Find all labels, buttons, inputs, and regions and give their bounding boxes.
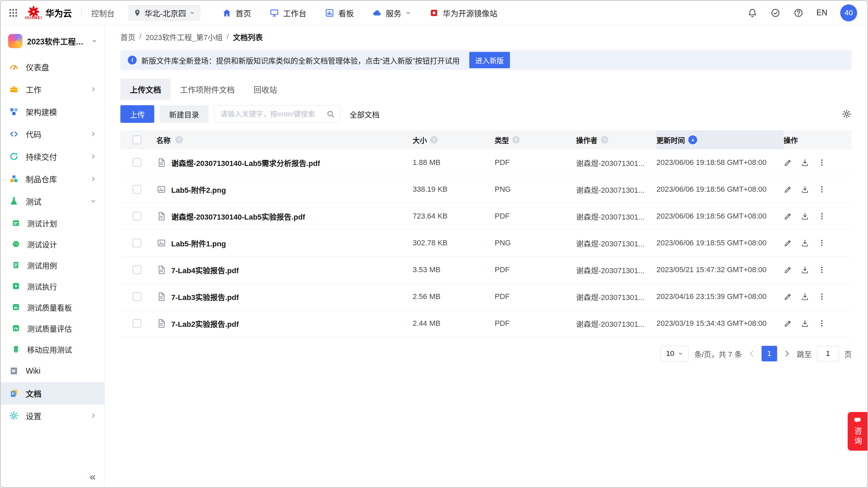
user-avatar[interactable]: 40 bbox=[840, 4, 857, 21]
doc-filter-dropdown[interactable]: 全部文档 bbox=[350, 109, 379, 119]
sidebar-item-test-plan[interactable]: 测试计划 bbox=[1, 212, 104, 233]
download-icon[interactable] bbox=[801, 265, 809, 274]
sidebar-item-test-quality-board[interactable]: 测试质量看板 bbox=[1, 297, 104, 318]
download-icon[interactable] bbox=[801, 239, 809, 247]
download-icon[interactable] bbox=[801, 319, 809, 328]
edit-icon[interactable] bbox=[784, 292, 792, 301]
row-checkbox[interactable] bbox=[133, 319, 141, 328]
sidebar-item-test-design[interactable]: 测试设计 bbox=[1, 233, 104, 255]
download-icon[interactable] bbox=[801, 185, 809, 194]
next-page-icon[interactable] bbox=[783, 349, 791, 358]
more-actions-icon[interactable] bbox=[817, 265, 826, 274]
table-row: 7-Lab3实验报告.pdf 2.56 MB PDF 谢森煜-203071301… bbox=[120, 283, 852, 310]
nav-item-workbench[interactable]: 工作台 bbox=[270, 7, 307, 19]
more-actions-icon[interactable] bbox=[817, 158, 826, 167]
new-folder-button[interactable]: 新建目录 bbox=[160, 105, 209, 123]
nav-item-home[interactable]: 首页 bbox=[222, 7, 251, 19]
breadcrumb-project[interactable]: 2023软件工程_第7小组 bbox=[145, 31, 222, 42]
current-page-button[interactable]: 1 bbox=[762, 346, 777, 361]
sidebar-item-cicd[interactable]: 持续交付 bbox=[1, 145, 104, 168]
file-name-link[interactable]: 7-Lab3实验报告.pdf bbox=[171, 291, 239, 302]
help-badge-icon[interactable]: ? bbox=[512, 136, 520, 144]
search-box bbox=[214, 105, 340, 123]
page-size-select[interactable]: 10 bbox=[660, 346, 689, 361]
sidebar-item-dashboard[interactable]: 仪表盘 bbox=[1, 56, 104, 78]
sidebar-item-wiki[interactable]: Wiki bbox=[1, 360, 104, 382]
file-updated: 2023/03/19 15:34:43 GMT+08:00 bbox=[656, 319, 784, 328]
consult-floating-button[interactable]: 咨询 bbox=[848, 412, 867, 451]
main-content: 首页 / 2023软件工程_第7小组 / 文档列表 i 新版文件库全新登场：提供… bbox=[105, 25, 867, 487]
language-switcher[interactable]: EN bbox=[816, 8, 827, 17]
file-name-link[interactable]: 7-Lab4实验报告.pdf bbox=[171, 264, 239, 275]
sidebar-item-test-case[interactable]: 测试用例 bbox=[1, 255, 104, 276]
more-actions-icon[interactable] bbox=[817, 185, 826, 194]
search-input[interactable] bbox=[220, 110, 326, 118]
sidebar-collapse-toggle[interactable]: « bbox=[90, 471, 96, 482]
project-selector[interactable]: 2023软件工程_第7... bbox=[1, 29, 104, 54]
sidebar-item-code[interactable]: 代码 bbox=[1, 123, 104, 145]
file-size: 338.19 KB bbox=[413, 185, 495, 194]
more-actions-icon[interactable] bbox=[817, 292, 826, 301]
row-checkbox[interactable] bbox=[133, 265, 141, 274]
file-name-link[interactable]: 谢森煜-20307130140-Lab5需求分析报告.pdf bbox=[171, 157, 320, 168]
breadcrumb-home[interactable]: 首页 bbox=[120, 31, 135, 42]
file-name-link[interactable]: 7-Lab2实验报告.pdf bbox=[171, 318, 239, 329]
sort-descending-icon[interactable] bbox=[688, 135, 697, 144]
more-actions-icon[interactable] bbox=[817, 212, 826, 221]
sidebar-item-settings[interactable]: 设置 bbox=[1, 405, 104, 427]
help-badge-icon[interactable]: ? bbox=[175, 136, 183, 144]
pagination-info: 条/页，共 7 条 bbox=[694, 348, 742, 359]
nav-item-mirrors[interactable]: 华为开源镜像站 bbox=[429, 7, 497, 19]
jump-page-input[interactable] bbox=[817, 346, 839, 361]
file-name-link[interactable]: Lab5-附件1.png bbox=[171, 238, 226, 248]
row-checkbox[interactable] bbox=[133, 239, 141, 247]
region-selector[interactable]: 华北-北京四 bbox=[128, 5, 200, 21]
download-icon[interactable] bbox=[801, 158, 809, 167]
check-circle-icon[interactable] bbox=[770, 8, 781, 18]
bell-icon[interactable] bbox=[747, 8, 757, 18]
sidebar-item-artifacts[interactable]: 制品仓库 bbox=[1, 168, 104, 190]
console-link[interactable]: 控制台 bbox=[91, 7, 115, 19]
tab-workitem-attachments[interactable]: 工作项附件文档 bbox=[171, 79, 244, 100]
edit-icon[interactable] bbox=[784, 239, 792, 247]
prev-page-icon[interactable] bbox=[747, 349, 756, 358]
edit-icon[interactable] bbox=[784, 265, 792, 274]
select-all-checkbox[interactable] bbox=[133, 135, 141, 144]
nav-item-board[interactable]: 看板 bbox=[325, 7, 354, 19]
file-name-link[interactable]: 谢森煜-20307130140-Lab5实验报告.pdf bbox=[171, 211, 305, 222]
upload-button[interactable]: 上传 bbox=[120, 105, 154, 123]
row-checkbox[interactable] bbox=[133, 158, 141, 167]
more-actions-icon[interactable] bbox=[817, 319, 826, 328]
edit-icon[interactable] bbox=[784, 185, 792, 194]
sidebar-item-documents[interactable]: 文档 bbox=[1, 382, 104, 405]
download-icon[interactable] bbox=[801, 292, 809, 301]
tab-recycle-bin[interactable]: 回收站 bbox=[244, 79, 287, 100]
edit-icon[interactable] bbox=[784, 158, 792, 167]
app-grid-icon[interactable] bbox=[8, 8, 18, 18]
sidebar-item-work[interactable]: 工作 bbox=[1, 78, 104, 100]
help-badge-icon[interactable]: ? bbox=[430, 136, 438, 144]
edit-icon[interactable] bbox=[784, 319, 792, 328]
row-checkbox[interactable] bbox=[133, 212, 141, 221]
sidebar-item-mobile-app-test[interactable]: 移动应用测试 bbox=[1, 339, 104, 360]
brand[interactable]: HUAWEI 华为云 bbox=[25, 6, 72, 20]
edit-icon[interactable] bbox=[784, 212, 792, 221]
sidebar-item-test-run[interactable]: 测试执行 bbox=[1, 276, 104, 297]
row-checkbox[interactable] bbox=[133, 185, 141, 194]
sidebar-item-arch-modeling[interactable]: 架构建模 bbox=[1, 100, 104, 123]
help-circle-icon[interactable] bbox=[793, 8, 804, 18]
sidebar-item-testing[interactable]: 测试 bbox=[1, 190, 104, 212]
pdf-file-icon bbox=[156, 157, 166, 168]
file-name-link[interactable]: Lab5-附件2.png bbox=[171, 184, 226, 195]
enter-new-version-button[interactable]: 进入新版 bbox=[469, 52, 510, 68]
more-actions-icon[interactable] bbox=[817, 239, 826, 247]
download-icon[interactable] bbox=[801, 212, 809, 221]
architecture-icon bbox=[9, 107, 19, 117]
search-icon[interactable] bbox=[326, 110, 335, 118]
nav-item-services[interactable]: 服务 bbox=[372, 7, 411, 19]
sidebar-item-test-quality-eval[interactable]: 测试质量评估 bbox=[1, 318, 104, 339]
tab-uploaded-docs[interactable]: 上传文档 bbox=[120, 79, 171, 100]
row-checkbox[interactable] bbox=[133, 292, 141, 301]
help-badge-icon[interactable]: ? bbox=[601, 136, 608, 144]
table-settings-gear-icon[interactable] bbox=[842, 109, 852, 119]
